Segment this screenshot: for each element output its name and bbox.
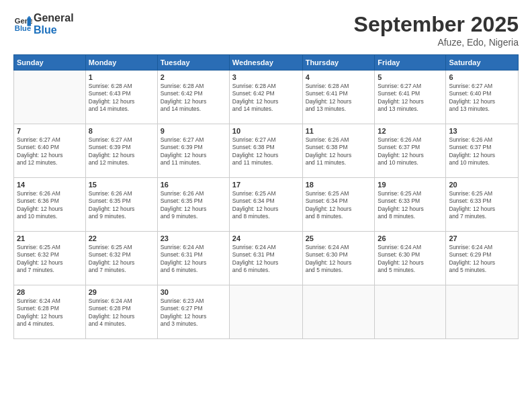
- day-info: Sunrise: 6:24 AM Sunset: 6:31 PM Dayligh…: [232, 244, 300, 275]
- day-info: Sunrise: 6:26 AM Sunset: 6:37 PM Dayligh…: [378, 136, 443, 167]
- header-cell-sunday: Sunday: [14, 55, 86, 71]
- day-cell: 18Sunrise: 6:25 AM Sunset: 6:34 PM Dayli…: [302, 178, 375, 232]
- logo-text-blue: Blue: [34, 24, 74, 36]
- day-info: Sunrise: 6:25 AM Sunset: 6:32 PM Dayligh…: [89, 244, 154, 275]
- logo-icon: General Blue: [13, 15, 32, 34]
- day-cell: 6Sunrise: 6:27 AM Sunset: 6:40 PM Daylig…: [446, 71, 519, 124]
- day-cell: 19Sunrise: 6:25 AM Sunset: 6:33 PM Dayli…: [375, 178, 446, 232]
- day-number: 23: [161, 234, 226, 242]
- day-info: Sunrise: 6:24 AM Sunset: 6:30 PM Dayligh…: [378, 244, 443, 275]
- day-cell: 28Sunrise: 6:24 AM Sunset: 6:28 PM Dayli…: [14, 285, 86, 339]
- header-cell-monday: Monday: [85, 55, 157, 71]
- day-info: Sunrise: 6:25 AM Sunset: 6:33 PM Dayligh…: [378, 190, 443, 221]
- month-title: September 2025: [354, 12, 519, 37]
- day-cell: 29Sunrise: 6:24 AM Sunset: 6:28 PM Dayli…: [85, 285, 157, 339]
- day-info: Sunrise: 6:24 AM Sunset: 6:31 PM Dayligh…: [161, 244, 226, 275]
- day-number: 12: [378, 127, 443, 135]
- day-cell: 11Sunrise: 6:26 AM Sunset: 6:38 PM Dayli…: [302, 124, 375, 178]
- calendar-body: 1Sunrise: 6:28 AM Sunset: 6:43 PM Daylig…: [14, 71, 519, 339]
- day-number: 3: [232, 73, 300, 81]
- day-info: Sunrise: 6:24 AM Sunset: 6:28 PM Dayligh…: [89, 298, 154, 328]
- day-info: Sunrise: 6:23 AM Sunset: 6:27 PM Dayligh…: [161, 298, 226, 328]
- day-cell: [14, 71, 86, 124]
- day-info: Sunrise: 6:26 AM Sunset: 6:37 PM Dayligh…: [449, 136, 515, 167]
- day-info: Sunrise: 6:28 AM Sunset: 6:43 PM Dayligh…: [89, 83, 154, 113]
- day-info: Sunrise: 6:27 AM Sunset: 6:38 PM Dayligh…: [232, 136, 300, 167]
- day-cell: 10Sunrise: 6:27 AM Sunset: 6:38 PM Dayli…: [229, 124, 302, 178]
- day-info: Sunrise: 6:25 AM Sunset: 6:34 PM Dayligh…: [232, 190, 300, 221]
- day-number: 20: [449, 181, 515, 189]
- day-number: 21: [17, 234, 83, 242]
- day-number: 8: [89, 127, 154, 135]
- day-number: 7: [17, 127, 83, 135]
- day-cell: 16Sunrise: 6:26 AM Sunset: 6:35 PM Dayli…: [157, 178, 229, 232]
- day-number: 27: [449, 234, 515, 242]
- day-number: 25: [306, 234, 372, 242]
- calendar-header: SundayMondayTuesdayWednesdayThursdayFrid…: [14, 55, 519, 71]
- day-info: Sunrise: 6:28 AM Sunset: 6:42 PM Dayligh…: [232, 83, 300, 113]
- day-info: Sunrise: 6:27 AM Sunset: 6:39 PM Dayligh…: [161, 136, 226, 167]
- location: Afuze, Edo, Nigeria: [354, 37, 519, 48]
- day-number: 18: [306, 181, 372, 189]
- day-cell: 30Sunrise: 6:23 AM Sunset: 6:27 PM Dayli…: [157, 285, 229, 339]
- day-info: Sunrise: 6:26 AM Sunset: 6:35 PM Dayligh…: [161, 190, 226, 221]
- logo: General Blue General Blue: [13, 12, 74, 37]
- calendar-page: General Blue General Blue September 2025…: [0, 0, 532, 411]
- day-number: 4: [306, 73, 372, 81]
- week-row-5: 28Sunrise: 6:24 AM Sunset: 6:28 PM Dayli…: [14, 285, 519, 339]
- day-cell: 9Sunrise: 6:27 AM Sunset: 6:39 PM Daylig…: [157, 124, 229, 178]
- header-cell-saturday: Saturday: [446, 55, 519, 71]
- day-number: 1: [89, 73, 154, 81]
- day-number: 17: [232, 181, 300, 189]
- day-info: Sunrise: 6:27 AM Sunset: 6:40 PM Dayligh…: [449, 83, 515, 113]
- day-info: Sunrise: 6:28 AM Sunset: 6:42 PM Dayligh…: [161, 83, 226, 113]
- day-cell: 12Sunrise: 6:26 AM Sunset: 6:37 PM Dayli…: [375, 124, 446, 178]
- day-cell: 26Sunrise: 6:24 AM Sunset: 6:30 PM Dayli…: [375, 232, 446, 285]
- header-row: SundayMondayTuesdayWednesdayThursdayFrid…: [14, 55, 519, 71]
- day-info: Sunrise: 6:27 AM Sunset: 6:39 PM Dayligh…: [89, 136, 154, 167]
- day-cell: 13Sunrise: 6:26 AM Sunset: 6:37 PM Dayli…: [446, 124, 519, 178]
- day-number: 28: [17, 288, 83, 296]
- day-number: 15: [89, 181, 154, 189]
- day-cell: 23Sunrise: 6:24 AM Sunset: 6:31 PM Dayli…: [157, 232, 229, 285]
- day-cell: 27Sunrise: 6:24 AM Sunset: 6:29 PM Dayli…: [446, 232, 519, 285]
- day-info: Sunrise: 6:28 AM Sunset: 6:41 PM Dayligh…: [306, 83, 372, 113]
- day-info: Sunrise: 6:26 AM Sunset: 6:36 PM Dayligh…: [17, 190, 83, 221]
- day-cell: 15Sunrise: 6:26 AM Sunset: 6:35 PM Dayli…: [85, 178, 157, 232]
- day-info: Sunrise: 6:26 AM Sunset: 6:35 PM Dayligh…: [89, 190, 154, 221]
- header-cell-wednesday: Wednesday: [229, 55, 302, 71]
- day-number: 9: [161, 127, 226, 135]
- day-cell: 4Sunrise: 6:28 AM Sunset: 6:41 PM Daylig…: [302, 71, 375, 124]
- day-number: 5: [378, 73, 443, 81]
- day-cell: 21Sunrise: 6:25 AM Sunset: 6:32 PM Dayli…: [14, 232, 86, 285]
- header-cell-thursday: Thursday: [302, 55, 375, 71]
- day-number: 30: [161, 288, 226, 296]
- day-number: 2: [161, 73, 226, 81]
- day-info: Sunrise: 6:26 AM Sunset: 6:38 PM Dayligh…: [306, 136, 372, 167]
- logo-text-general: General: [34, 12, 74, 24]
- day-info: Sunrise: 6:27 AM Sunset: 6:40 PM Dayligh…: [17, 136, 83, 167]
- day-number: 11: [306, 127, 372, 135]
- day-cell: 17Sunrise: 6:25 AM Sunset: 6:34 PM Dayli…: [229, 178, 302, 232]
- day-cell: 5Sunrise: 6:27 AM Sunset: 6:41 PM Daylig…: [375, 71, 446, 124]
- day-cell: 22Sunrise: 6:25 AM Sunset: 6:32 PM Dayli…: [85, 232, 157, 285]
- day-number: 19: [378, 181, 443, 189]
- day-cell: 7Sunrise: 6:27 AM Sunset: 6:40 PM Daylig…: [14, 124, 86, 178]
- header: General Blue General Blue September 2025…: [13, 12, 519, 48]
- day-cell: 2Sunrise: 6:28 AM Sunset: 6:42 PM Daylig…: [157, 71, 229, 124]
- day-cell: [302, 285, 375, 339]
- day-number: 6: [449, 73, 515, 81]
- day-info: Sunrise: 6:25 AM Sunset: 6:34 PM Dayligh…: [306, 190, 372, 221]
- day-number: 24: [232, 234, 300, 242]
- calendar-table: SundayMondayTuesdayWednesdayThursdayFrid…: [13, 54, 519, 339]
- day-info: Sunrise: 6:24 AM Sunset: 6:28 PM Dayligh…: [17, 298, 83, 328]
- day-number: 10: [232, 127, 300, 135]
- week-row-1: 1Sunrise: 6:28 AM Sunset: 6:43 PM Daylig…: [14, 71, 519, 124]
- day-number: 29: [89, 288, 154, 296]
- day-number: 13: [449, 127, 515, 135]
- header-cell-tuesday: Tuesday: [157, 55, 229, 71]
- day-info: Sunrise: 6:27 AM Sunset: 6:41 PM Dayligh…: [378, 83, 443, 113]
- day-number: 14: [17, 181, 83, 189]
- day-cell: 20Sunrise: 6:25 AM Sunset: 6:33 PM Dayli…: [446, 178, 519, 232]
- week-row-2: 7Sunrise: 6:27 AM Sunset: 6:40 PM Daylig…: [14, 124, 519, 178]
